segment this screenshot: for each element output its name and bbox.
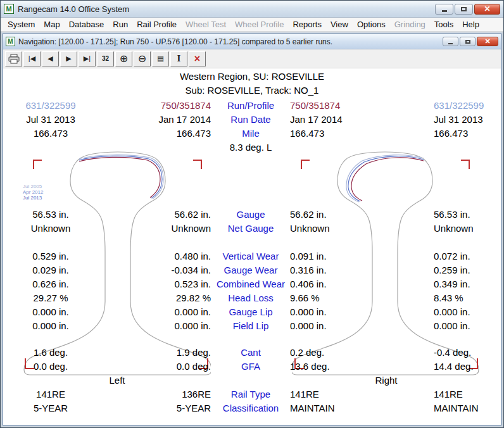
zoom-in-icon: ⊕ bbox=[120, 53, 128, 65]
combined-wear-label: Combined Wear bbox=[213, 277, 288, 291]
net-gauge-right-outer: Unknown bbox=[396, 222, 500, 236]
head-loss-right-outer: 8.43 % bbox=[396, 291, 500, 305]
last-run-button[interactable]: ▶| bbox=[79, 51, 96, 66]
field-lip-right-inner: 0.000 in. bbox=[288, 319, 396, 333]
profile-head-spacer bbox=[3, 154, 501, 208]
maximize-button[interactable] bbox=[455, 4, 473, 15]
size-32-icon: 32 bbox=[102, 55, 109, 62]
vertical-wear-right-inner: 0.091 in. bbox=[288, 249, 396, 263]
nav-close-button[interactable]: ✕ bbox=[477, 37, 498, 46]
rail-profile-button[interactable]: I bbox=[170, 51, 187, 66]
combined-wear-left-inner: 0.523 in. bbox=[98, 277, 213, 291]
gfa-right-inner: 13.6 deg. bbox=[288, 360, 396, 374]
gauge-label: Gauge bbox=[213, 208, 288, 222]
navigation-window-icon: M bbox=[6, 37, 15, 46]
gauge-left-outer: 56.53 in. bbox=[3, 208, 98, 222]
row-gauge-wear: 0.029 in. -0.034 in. Gauge Wear 0.316 in… bbox=[3, 263, 501, 277]
exit-icon: × bbox=[194, 53, 200, 65]
minimize-button[interactable] bbox=[435, 4, 453, 15]
sub-track-header: Sub: ROSEVILLE, Track: NO_1 bbox=[3, 84, 501, 98]
menu-item-database[interactable]: Database bbox=[65, 18, 109, 30]
mile-label: Mile bbox=[213, 127, 288, 141]
mdi-area: M Navigation: [120.00 - 171.25]; Run 750… bbox=[1, 32, 503, 427]
measurement-grid: 631/322599 750/351874 Run/Profile 750/35… bbox=[3, 99, 501, 415]
close-icon: ✕ bbox=[484, 37, 490, 46]
nav-maximize-button[interactable] bbox=[460, 37, 476, 46]
gauge-right-outer: 56.53 in. bbox=[396, 208, 500, 222]
row-head-loss: 29.27 % 29.82 % Head Loss 9.66 % 8.43 % bbox=[3, 291, 501, 305]
print-button[interactable] bbox=[5, 51, 22, 66]
gauge-wear-right-outer: 0.259 in. bbox=[396, 263, 500, 277]
prev-run-icon: ◀ bbox=[47, 54, 53, 63]
menu-item-map[interactable]: Map bbox=[39, 18, 64, 30]
first-run-icon: |◀ bbox=[28, 54, 35, 63]
run-date-right-outer: Jul 31 2013 bbox=[396, 113, 500, 127]
navigation-window-title: Navigation: [120.00 - 171.25]; Run 750 -… bbox=[18, 37, 332, 46]
last-run-icon: ▶| bbox=[84, 54, 91, 63]
rail-type-right-outer: 141RE bbox=[396, 387, 500, 401]
gauge-wear-right-inner: 0.316 in. bbox=[288, 263, 396, 277]
menu-item-view[interactable]: View bbox=[326, 18, 353, 30]
mile-right-inner: 166.473 bbox=[288, 127, 396, 141]
menu-item-reports[interactable]: Reports bbox=[288, 18, 326, 30]
zoom-out-button[interactable]: ⊖ bbox=[134, 51, 151, 66]
run-profile-left-outer: 631/322599 bbox=[3, 99, 98, 113]
title-bar: M Rangecam 14.0 Office System ✕ bbox=[1, 1, 503, 18]
close-button[interactable]: ✕ bbox=[474, 4, 500, 15]
gauge-lip-left-inner: 0.000 in. bbox=[98, 305, 213, 319]
measure-button[interactable]: ▤ bbox=[152, 51, 169, 66]
row-rail-type: 141RE 136RE Rail Type 141RE 141RE bbox=[3, 387, 501, 401]
rail-type-left-outer: 141RE bbox=[3, 387, 98, 401]
close-icon: ✕ bbox=[484, 4, 490, 13]
profile-view: Western Region, SU: ROSEVILLE Sub: ROSEV… bbox=[3, 68, 501, 425]
gauge-right-inner: 56.62 in. bbox=[288, 208, 396, 222]
navigation-title-bar: M Navigation: [120.00 - 171.25]; Run 750… bbox=[3, 34, 501, 49]
field-lip-left-inner: 0.000 in. bbox=[98, 319, 213, 333]
gfa-left-inner: 0.0 deg. bbox=[98, 360, 213, 374]
cant-left-inner: 1.9 deg. bbox=[98, 346, 213, 360]
nav-minimize-button[interactable] bbox=[443, 37, 458, 46]
exit-button[interactable]: × bbox=[189, 51, 206, 66]
menu-item-run[interactable]: Run bbox=[108, 18, 132, 30]
menu-item-options[interactable]: Options bbox=[353, 18, 390, 30]
menu-item-help[interactable]: Help bbox=[458, 18, 484, 30]
field-lip-left-outer: 0.000 in. bbox=[3, 319, 98, 333]
field-lip-right-outer: 0.000 in. bbox=[396, 319, 500, 333]
next-run-button[interactable]: ▶ bbox=[60, 51, 77, 66]
gauge-wear-label: Gauge Wear bbox=[213, 263, 288, 277]
head-loss-left-outer: 29.27 % bbox=[3, 291, 98, 305]
menu-item-rail-profile[interactable]: Rail Profile bbox=[132, 18, 181, 30]
run-date-left-outer: Jul 31 2013 bbox=[3, 113, 98, 127]
minimize-icon bbox=[448, 43, 453, 44]
run-profile-label: Run/Profile bbox=[213, 99, 288, 113]
run-profile-right-inner: 750/351874 bbox=[288, 99, 396, 113]
row-cant: 1.6 deg. 1.9 deg. Cant 0.2 deg. -0.4 deg… bbox=[3, 346, 501, 360]
mile-left-outer: 166.473 bbox=[3, 127, 98, 141]
first-run-button[interactable]: |◀ bbox=[23, 51, 41, 66]
navigation-window: M Navigation: [120.00 - 171.25]; Run 750… bbox=[2, 33, 502, 426]
curvature-value: 8.3 deg. L bbox=[213, 141, 288, 154]
vertical-wear-label: Vertical Wear bbox=[213, 249, 288, 263]
classification-left-inner: 5-YEAR bbox=[98, 401, 213, 415]
menu-item-tools[interactable]: Tools bbox=[430, 18, 458, 30]
cant-right-inner: 0.2 deg. bbox=[288, 346, 396, 360]
gauge-lip-left-outer: 0.000 in. bbox=[3, 305, 98, 319]
row-classification: 5-YEAR 5-YEAR Classification MAINTAIN MA… bbox=[3, 401, 501, 415]
maximize-icon bbox=[461, 7, 467, 11]
row-gauge: 56.53 in. 56.62 in. Gauge 56.62 in. 56.5… bbox=[3, 208, 501, 222]
row-run-profile: 631/322599 750/351874 Run/Profile 750/35… bbox=[3, 99, 501, 113]
menu-item-wheel-profile: Wheel Profile bbox=[230, 18, 288, 30]
zoom-in-button[interactable]: ⊕ bbox=[115, 51, 132, 66]
menu-item-system[interactable]: System bbox=[3, 18, 39, 30]
run-profile-right-outer: 631/322599 bbox=[396, 99, 500, 113]
rail-type-right-inner: 141RE bbox=[288, 387, 396, 401]
cant-right-outer: -0.4 deg. bbox=[396, 346, 500, 360]
rail-type-label: Rail Type bbox=[213, 387, 288, 401]
size-32-button[interactable]: 32 bbox=[97, 51, 114, 66]
legend-item: Jul 2005 bbox=[23, 184, 43, 189]
classification-left-outer: 5-YEAR bbox=[3, 401, 98, 415]
head-loss-label: Head Loss bbox=[213, 291, 288, 305]
row-combined-wear: 0.626 in. 0.523 in. Combined Wear 0.406 … bbox=[3, 277, 501, 291]
rail-type-left-inner: 136RE bbox=[98, 387, 213, 401]
prev-run-button[interactable]: ◀ bbox=[42, 51, 59, 66]
